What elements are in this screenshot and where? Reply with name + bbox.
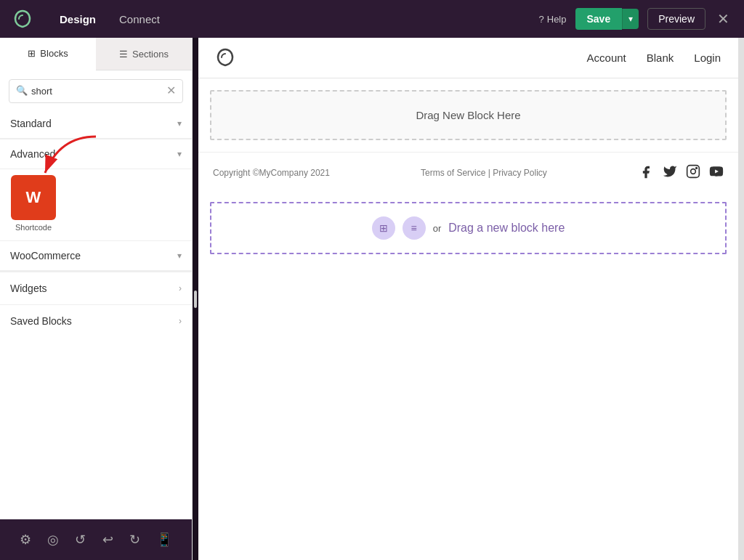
layers-icon[interactable]: ◎ xyxy=(41,526,65,553)
save-group: Save ▾ xyxy=(575,8,639,30)
svg-point-3 xyxy=(696,168,698,169)
sidebar-tab-blocks[interactable]: ⊞ Blocks xyxy=(0,38,96,70)
drag-block-label: Drag New Block Here xyxy=(416,109,520,121)
category-advanced[interactable]: Advanced ▾ xyxy=(0,139,192,169)
category-woo-label: WooCommerce xyxy=(10,250,81,261)
arrow-widgets-icon: › xyxy=(179,283,182,293)
blocks-icon: ⊞ xyxy=(28,48,36,59)
chevron-standard-icon: ▾ xyxy=(177,118,182,129)
category-standard[interactable]: Standard ▾ xyxy=(0,109,192,139)
nav-saved-blocks[interactable]: Saved Blocks › xyxy=(0,304,192,337)
main: ⊞ Blocks ☰ Sections 🔍 ✕ xyxy=(0,38,744,560)
topbar-tabs: Design Connect xyxy=(48,7,171,31)
advanced-blocks-grid: W Shortcode xyxy=(0,169,192,240)
category-woocommerce[interactable]: WooCommerce ▾ xyxy=(0,241,192,271)
footer-socials xyxy=(638,164,724,182)
footer-copyright: Copyright ©MyCompany 2021 xyxy=(213,168,330,178)
save-button[interactable]: Save xyxy=(575,8,623,30)
sidebar-content: Standard ▾ Advanced ▾ W Shortcode WooCom… xyxy=(0,109,192,519)
sidebar-tab-sections[interactable]: ☰ Sections xyxy=(96,38,192,70)
category-standard-label: Standard xyxy=(10,118,52,129)
chevron-woo-icon: ▾ xyxy=(177,251,182,261)
canvas-header: Account Blank Login xyxy=(198,38,738,78)
canvas-footer: Copyright ©MyCompany 2021 Terms of Servi… xyxy=(198,152,738,193)
search-icon: 🔍 xyxy=(16,84,28,95)
facebook-icon[interactable] xyxy=(638,164,654,180)
search-wrap: 🔍 ✕ xyxy=(0,70,192,109)
svg-point-2 xyxy=(691,169,696,174)
topbar-right: ? Help Save ▾ Preview ✕ xyxy=(539,7,732,31)
tab-connect[interactable]: Connect xyxy=(108,7,171,31)
canvas-nav: Account Blank Login xyxy=(587,52,721,64)
dnd-grid-icon: ⊞ xyxy=(372,216,395,240)
dnd-text-icon: ≡ xyxy=(403,216,426,240)
help-icon: ? xyxy=(539,14,544,25)
category-advanced-label: Advanced xyxy=(10,148,55,160)
drag-block-area[interactable]: Drag New Block Here xyxy=(210,90,727,140)
dnd-or-text: or xyxy=(433,223,442,234)
shortcode-icon: W xyxy=(11,175,56,220)
undo-icon[interactable]: ↩ xyxy=(97,526,119,553)
topbar: Design Connect ? Help Save ▾ Preview ✕ xyxy=(0,0,744,38)
scrollbar[interactable] xyxy=(738,38,744,560)
mobile-icon[interactable]: 📱 xyxy=(150,526,178,553)
nav-login[interactable]: Login xyxy=(694,52,721,64)
nav-account[interactable]: Account xyxy=(587,52,626,64)
saved-blocks-label: Saved Blocks xyxy=(10,315,72,327)
search-clear-icon[interactable]: ✕ xyxy=(166,83,176,97)
save-dropdown-button[interactable]: ▾ xyxy=(622,9,639,29)
bottom-toolbar: ⚙ ◎ ↺ ↩ ↻ 📱 xyxy=(0,519,192,560)
dnd-drag-link[interactable]: Drag a new block here xyxy=(448,222,565,235)
nav-blank[interactable]: Blank xyxy=(647,52,674,64)
twitter-icon[interactable] xyxy=(663,164,677,182)
history-icon[interactable]: ↺ xyxy=(69,526,92,553)
youtube-icon[interactable] xyxy=(709,164,724,182)
sidebar-tabs: ⊞ Blocks ☰ Sections xyxy=(0,38,192,70)
shortcode-label: Shortcode xyxy=(15,223,52,232)
footer-links[interactable]: Terms of Service | Privacy Policy xyxy=(421,168,547,178)
tab-design[interactable]: Design xyxy=(48,7,108,31)
settings-icon[interactable]: ⚙ xyxy=(14,526,37,553)
preview-button[interactable]: Preview xyxy=(647,8,705,30)
resize-handle[interactable] xyxy=(193,38,198,560)
canvas-body: Drag New Block Here Copyright ©MyCompany… xyxy=(198,78,738,560)
app-logo xyxy=(12,8,33,30)
sidebar: ⊞ Blocks ☰ Sections 🔍 ✕ xyxy=(0,38,193,560)
widgets-label: Widgets xyxy=(10,283,47,294)
nav-widgets[interactable]: Widgets › xyxy=(0,272,192,304)
arrow-saved-icon: › xyxy=(179,316,182,326)
drag-new-block-area[interactable]: ⊞ ≡ or Drag a new block here xyxy=(210,202,727,254)
block-shortcode[interactable]: W Shortcode xyxy=(9,175,58,232)
search-input[interactable] xyxy=(9,79,183,103)
redo-icon[interactable]: ↻ xyxy=(124,526,146,553)
canvas-logo xyxy=(216,48,236,68)
chevron-advanced-icon: ▾ xyxy=(177,149,182,159)
canvas-area: Account Blank Login Drag New Block Here … xyxy=(198,38,738,560)
help-button[interactable]: ? Help xyxy=(539,14,567,25)
instagram-icon[interactable] xyxy=(686,164,700,182)
close-button[interactable]: ✕ xyxy=(714,7,732,31)
sections-icon: ☰ xyxy=(119,49,128,60)
svg-rect-1 xyxy=(687,166,700,178)
